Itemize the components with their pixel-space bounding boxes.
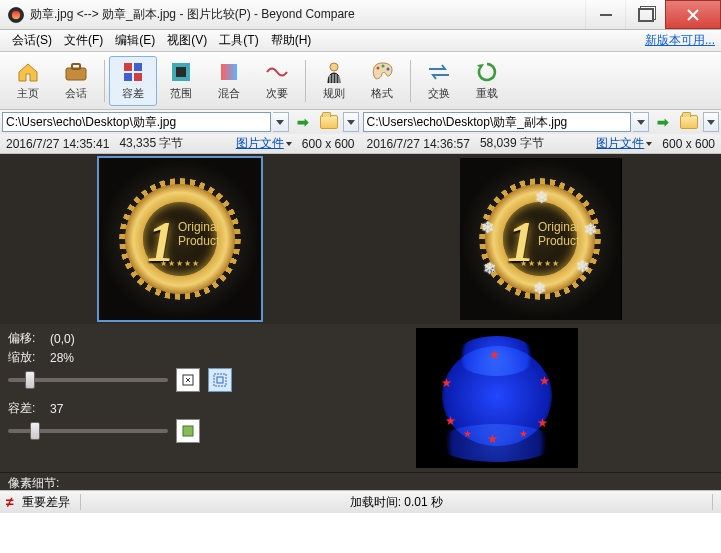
tolerance-value: 37	[50, 402, 63, 416]
tolerance-mode-button[interactable]	[176, 419, 200, 443]
window-buttons	[585, 0, 721, 29]
menu-file[interactable]: 文件(F)	[58, 30, 109, 51]
svg-rect-14	[214, 374, 226, 386]
stats-left: 2016/7/27 14:35:41 43,335 字节 图片文件 600 x …	[0, 134, 361, 153]
offset-label: 偏移:	[8, 330, 42, 347]
image-pane-left[interactable]: 1 OriginalProduct ★★★★★	[0, 154, 361, 324]
path-right-history[interactable]	[633, 112, 649, 132]
status-main: 重要差异	[22, 494, 70, 511]
folder-icon	[320, 115, 338, 129]
menu-view[interactable]: 视图(V)	[161, 30, 213, 51]
briefcase-icon	[64, 60, 88, 84]
reload-icon	[475, 60, 499, 84]
toolbar-reload[interactable]: 重载	[463, 56, 511, 106]
separator	[305, 60, 306, 102]
svg-point-11	[382, 65, 385, 68]
toolbar-range-label: 范围	[170, 86, 192, 101]
snowflake-icon: ❄	[483, 259, 496, 278]
stats-right-date: 2016/7/27 14:36:57	[367, 137, 470, 151]
snowflake-icon: ❄	[584, 220, 597, 239]
close-button[interactable]	[665, 0, 721, 29]
svg-rect-8	[221, 64, 237, 80]
toolbar-format[interactable]: 格式	[358, 56, 406, 106]
menu-help[interactable]: 帮助(H)	[265, 30, 318, 51]
image-pane-right[interactable]: 1 OriginalProduct ★★★★★ ❄ ❄ ❄ ❄ ❄ ❄	[361, 154, 722, 324]
browse-left-button[interactable]	[317, 111, 341, 133]
diff-preview-pane[interactable]	[272, 324, 721, 472]
pixel-detail-label: 像素细节:	[8, 476, 59, 490]
tolerance-slider[interactable]	[8, 429, 168, 433]
path-left-group: C:\Users\echo\Desktop\勋章.jpg ➡	[0, 110, 361, 134]
toolbar: 主页 会话 容差 范围 混合 次要 规则 格式 交换 重载	[0, 52, 721, 110]
path-left-input[interactable]: C:\Users\echo\Desktop\勋章.jpg	[2, 112, 271, 132]
image-compare-area: 1 OriginalProduct ★★★★★ 1 OriginalProduc…	[0, 154, 721, 324]
fit-button[interactable]	[176, 368, 200, 392]
path-left-text: C:\Users\echo\Desktop\勋章.jpg	[6, 114, 176, 131]
snowflake-icon: ❄	[533, 279, 546, 298]
swap-icon	[427, 60, 451, 84]
toolbar-tolerance[interactable]: 容差	[109, 56, 157, 106]
chevron-down-icon	[276, 120, 284, 125]
status-load-time: 加载时间: 0.01 秒	[91, 494, 702, 511]
toolbar-blend-label: 混合	[218, 86, 240, 101]
zoom-value: 28%	[50, 351, 74, 365]
app-icon	[8, 7, 24, 23]
chevron-down-icon	[347, 120, 355, 125]
svg-rect-3	[134, 63, 142, 71]
actual-size-button[interactable]	[208, 368, 232, 392]
toolbar-blend[interactable]: 混合	[205, 56, 253, 106]
image-left: 1 OriginalProduct ★★★★★	[99, 158, 261, 320]
not-equal-icon: ≠	[6, 494, 14, 510]
blend-icon	[217, 60, 241, 84]
toolbar-rules-label: 规则	[323, 86, 345, 101]
path-left-history[interactable]	[273, 112, 289, 132]
chevron-down-icon	[637, 120, 645, 125]
menu-edit[interactable]: 编辑(E)	[109, 30, 161, 51]
toolbar-tolerance-label: 容差	[122, 86, 144, 101]
toolbar-reload-label: 重载	[476, 86, 498, 101]
svg-rect-2	[124, 63, 132, 71]
toolbar-swap-label: 交换	[428, 86, 450, 101]
menu-session[interactable]: 会话(S)	[6, 30, 58, 51]
range-icon	[169, 60, 193, 84]
window-title: 勋章.jpg <--> 勋章_副本.jpg - 图片比较(P) - Beyond…	[30, 6, 585, 23]
zoom-slider[interactable]	[8, 378, 168, 382]
svg-rect-4	[124, 73, 132, 81]
stats-left-dims: 600 x 600	[302, 137, 355, 151]
pathbar: C:\Users\echo\Desktop\勋章.jpg ➡ C:\Users\…	[0, 110, 721, 134]
path-right-group: C:\Users\echo\Desktop\勋章_副本.jpg ➡	[361, 110, 722, 134]
toolbar-swap[interactable]: 交换	[415, 56, 463, 106]
stats-right-filetype[interactable]: 图片文件	[596, 135, 652, 152]
new-version-link[interactable]: 新版本可用...	[645, 32, 715, 49]
browse-right-menu[interactable]	[703, 112, 719, 132]
path-right-input[interactable]: C:\Users\echo\Desktop\勋章_副本.jpg	[363, 112, 632, 132]
stats-right: 2016/7/27 14:36:57 58,039 字节 图片文件 600 x …	[361, 134, 722, 153]
move-right-button[interactable]: ➡	[291, 111, 315, 133]
separator	[410, 60, 411, 102]
statusbar: ≠ 重要差异 加载时间: 0.01 秒	[0, 490, 721, 513]
svg-rect-1	[72, 64, 80, 69]
toolbar-format-label: 格式	[371, 86, 393, 101]
titlebar: 勋章.jpg <--> 勋章_副本.jpg - 图片比较(P) - Beyond…	[0, 0, 721, 30]
move-left-button[interactable]: ➡	[651, 111, 675, 133]
toolbar-session[interactable]: 会话	[52, 56, 100, 106]
browse-right-button[interactable]	[677, 111, 701, 133]
toolbar-rules[interactable]: 规则	[310, 56, 358, 106]
menu-tools[interactable]: 工具(T)	[213, 30, 264, 51]
stats-left-size: 43,335 字节	[119, 135, 183, 152]
svg-rect-7	[176, 67, 186, 77]
separator	[80, 494, 81, 510]
stats-left-filetype[interactable]: 图片文件	[236, 135, 292, 152]
palette-icon	[370, 60, 394, 84]
snowflake-icon: ❄	[576, 257, 589, 276]
pixel-detail-row: 像素细节:	[0, 472, 721, 490]
toolbar-range[interactable]: 范围	[157, 56, 205, 106]
minimize-button[interactable]	[585, 0, 625, 29]
browse-left-menu[interactable]	[343, 112, 359, 132]
maximize-button[interactable]	[625, 0, 665, 29]
toolbar-home[interactable]: 主页	[4, 56, 52, 106]
svg-point-12	[387, 68, 390, 71]
toolbar-secondary[interactable]: 次要	[253, 56, 301, 106]
wave-icon	[265, 60, 289, 84]
arrow-right-icon: ➡	[297, 114, 309, 130]
